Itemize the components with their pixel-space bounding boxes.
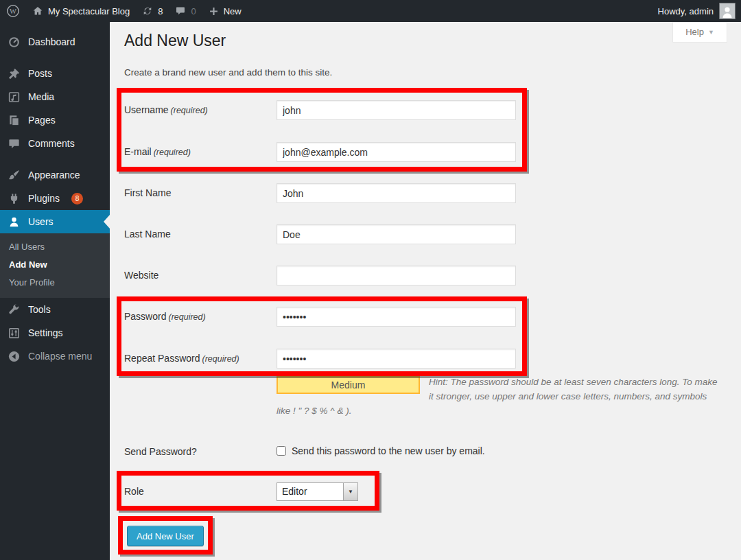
site-name-menu[interactable]: My Spectacular Blog <box>26 0 136 22</box>
page-subtitle: Create a brand new user and add them to … <box>124 67 332 78</box>
plug-icon <box>7 192 21 205</box>
paintbrush-icon <box>7 169 21 182</box>
sidebar-item-label: Dashboard <box>28 36 75 47</box>
sidebar-item-label: Media <box>28 91 54 102</box>
website-input[interactable] <box>277 266 516 285</box>
page-title: Add New User <box>124 32 226 50</box>
comment-bubble-icon <box>7 137 21 150</box>
pages-icon <box>7 114 21 127</box>
password-label: Password(required) <box>124 307 274 327</box>
sidebar-item-comments[interactable]: Comments <box>0 132 110 155</box>
plus-icon <box>209 6 219 16</box>
howdy-text[interactable]: Howdy, admin <box>658 6 714 16</box>
main-content: Help ▼ Add New User Create a brand new u… <box>110 22 741 560</box>
sidebar-item-label: Tools <box>28 304 51 315</box>
send-password-checkbox-label: Send this password to the new user by em… <box>292 445 485 456</box>
sidebar-item-label: Users <box>28 216 54 227</box>
wrench-icon <box>7 303 21 316</box>
admin-sidebar: Dashboard Posts Media Pages Comments App… <box>0 22 110 560</box>
updates-count: 8 <box>158 6 163 16</box>
menu-separator <box>0 54 110 62</box>
sidebar-item-media[interactable]: Media <box>0 85 110 108</box>
submenu-item-add-new[interactable]: Add New <box>0 256 110 274</box>
updates-menu[interactable]: 8 <box>136 0 169 22</box>
sidebar-item-settings[interactable]: Settings <box>0 321 110 345</box>
dashboard-icon <box>7 36 21 49</box>
email-label: E-mail(required) <box>124 142 274 163</box>
media-icon <box>7 91 21 104</box>
new-label: New <box>224 6 242 16</box>
sidebar-item-label: Plugins <box>28 193 60 204</box>
password-strength-block: Medium Hint: The password should be at l… <box>277 375 721 418</box>
sidebar-item-label: Collapse menu <box>28 351 92 362</box>
role-label: Role <box>124 482 274 501</box>
user-icon <box>7 215 21 229</box>
sidebar-item-plugins[interactable]: Plugins 8 <box>0 187 110 210</box>
send-password-row: Send this password to the new user by em… <box>277 445 485 456</box>
sidebar-item-label: Comments <box>28 138 75 149</box>
repeat-password-input[interactable] <box>277 349 516 369</box>
settings-sliders-icon <box>7 327 21 340</box>
send-password-label: Send Password? <box>124 445 274 458</box>
last-name-input[interactable] <box>277 224 516 244</box>
required-note: (required) <box>154 148 191 157</box>
website-label: Website <box>124 266 274 285</box>
password-input[interactable] <box>277 307 516 327</box>
first-name-input[interactable] <box>277 183 516 203</box>
collapse-arrow-icon <box>7 350 21 363</box>
first-name-label: First Name <box>124 183 274 203</box>
sidebar-item-tools[interactable]: Tools <box>0 298 110 321</box>
sidebar-item-collapse-menu[interactable]: Collapse menu <box>0 345 110 368</box>
sidebar-item-users[interactable]: Users <box>0 210 110 233</box>
chevron-down-icon: ▼ <box>708 29 714 36</box>
sidebar-item-pages[interactable]: Pages <box>0 108 110 132</box>
sidebar-item-appearance[interactable]: Appearance <box>0 163 110 187</box>
sidebar-item-label: Pages <box>28 115 56 126</box>
email-input[interactable] <box>277 142 516 162</box>
dropdown-arrow-icon: ▼ <box>343 483 357 500</box>
username-input[interactable] <box>277 100 516 120</box>
new-content-menu[interactable]: New <box>202 0 248 22</box>
comments-count: 0 <box>191 6 196 16</box>
comments-menu[interactable]: 0 <box>169 0 202 22</box>
avatar[interactable] <box>719 3 736 19</box>
sidebar-item-posts[interactable]: Posts <box>0 62 110 85</box>
menu-separator <box>0 155 110 163</box>
last-name-label: Last Name <box>124 224 274 244</box>
plugins-update-badge: 8 <box>71 193 83 205</box>
sidebar-item-label: Posts <box>28 68 52 79</box>
strength-float: Medium <box>277 375 422 402</box>
submenu-item-all-users[interactable]: All Users <box>0 238 110 256</box>
role-select-value: Editor <box>277 483 343 500</box>
required-note: (required) <box>202 354 239 364</box>
username-label: Username(required) <box>124 100 274 121</box>
comment-bubble-icon <box>175 5 186 16</box>
required-note: (required) <box>168 312 205 322</box>
sidebar-item-label: Settings <box>28 327 63 338</box>
required-note: (required) <box>171 106 208 115</box>
submenu-item-your-profile[interactable]: Your Profile <box>0 274 110 292</box>
wordpress-logo-icon: W <box>6 4 20 18</box>
password-strength-indicator: Medium <box>277 376 420 394</box>
admin-bar: W My Spectacular Blog 8 0 New Howdy, adm… <box>0 0 741 22</box>
repeat-password-label: Repeat Password(required) <box>124 349 274 369</box>
send-password-checkbox[interactable] <box>277 446 286 456</box>
users-submenu: All Users Add New Your Profile <box>0 233 110 298</box>
wordpress-logo-menu[interactable]: W <box>0 0 26 22</box>
updates-icon <box>142 5 153 16</box>
role-select[interactable]: Editor ▼ <box>277 482 358 501</box>
help-button[interactable]: Help ▼ <box>672 22 727 43</box>
help-label: Help <box>685 27 704 37</box>
pushpin-icon <box>7 67 21 80</box>
add-new-user-button[interactable]: Add New User <box>127 526 204 546</box>
sidebar-item-dashboard[interactable]: Dashboard <box>0 30 110 54</box>
home-icon <box>32 5 43 16</box>
sidebar-item-label: Appearance <box>28 170 80 180</box>
site-name-label: My Spectacular Blog <box>48 6 130 16</box>
svg-text:W: W <box>10 8 16 15</box>
